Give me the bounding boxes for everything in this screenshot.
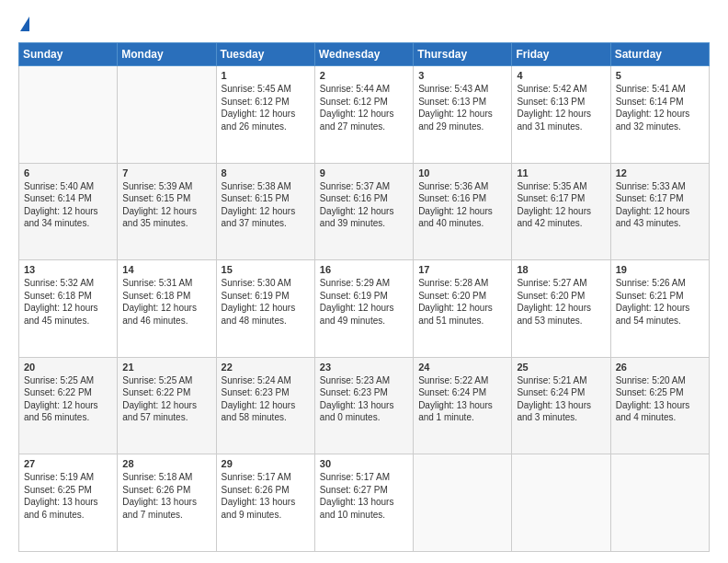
- calendar-cell: 9Sunrise: 5:37 AM Sunset: 6:16 PM Daylig…: [314, 163, 413, 260]
- cell-content: Sunrise: 5:35 AM Sunset: 6:17 PM Dayligh…: [517, 180, 605, 230]
- cell-content: Sunrise: 5:27 AM Sunset: 6:20 PM Dayligh…: [517, 277, 605, 327]
- day-number: 26: [616, 362, 704, 373]
- logo-text: [18, 17, 29, 33]
- calendar-week-1: 1Sunrise: 5:45 AM Sunset: 6:12 PM Daylig…: [19, 66, 710, 164]
- page: SundayMondayTuesdayWednesdayThursdayFrid…: [0, 0, 728, 563]
- calendar-cell: 2Sunrise: 5:44 AM Sunset: 6:12 PM Daylig…: [314, 66, 413, 164]
- cell-content: Sunrise: 5:33 AM Sunset: 6:17 PM Dayligh…: [616, 180, 704, 230]
- cell-content: Sunrise: 5:26 AM Sunset: 6:21 PM Dayligh…: [616, 277, 704, 327]
- header-row: SundayMondayTuesdayWednesdayThursdayFrid…: [19, 43, 710, 66]
- calendar-cell: 5Sunrise: 5:41 AM Sunset: 6:14 PM Daylig…: [610, 66, 709, 164]
- calendar-cell: 8Sunrise: 5:38 AM Sunset: 6:15 PM Daylig…: [216, 163, 314, 260]
- day-number: 4: [517, 70, 605, 81]
- cell-content: Sunrise: 5:28 AM Sunset: 6:20 PM Dayligh…: [418, 277, 506, 327]
- header-cell-tuesday: Tuesday: [216, 43, 314, 66]
- calendar-cell: 14Sunrise: 5:31 AM Sunset: 6:18 PM Dayli…: [118, 260, 216, 358]
- cell-content: Sunrise: 5:37 AM Sunset: 6:16 PM Dayligh…: [320, 180, 408, 230]
- cell-content: Sunrise: 5:17 AM Sunset: 6:27 PM Dayligh…: [320, 471, 408, 521]
- day-number: 7: [122, 167, 210, 178]
- day-number: 18: [517, 264, 605, 275]
- calendar-cell: 16Sunrise: 5:29 AM Sunset: 6:19 PM Dayli…: [314, 260, 413, 358]
- calendar-cell: [414, 454, 512, 552]
- calendar-header: SundayMondayTuesdayWednesdayThursdayFrid…: [19, 43, 710, 66]
- cell-content: Sunrise: 5:19 AM Sunset: 6:25 PM Dayligh…: [24, 471, 112, 521]
- day-number: 25: [517, 362, 605, 373]
- calendar-cell: [512, 454, 610, 552]
- day-number: 10: [418, 167, 506, 178]
- day-number: 5: [616, 70, 704, 81]
- cell-content: Sunrise: 5:38 AM Sunset: 6:15 PM Dayligh…: [222, 180, 310, 230]
- cell-content: Sunrise: 5:32 AM Sunset: 6:18 PM Dayligh…: [24, 277, 112, 327]
- calendar-cell: 7Sunrise: 5:39 AM Sunset: 6:15 PM Daylig…: [118, 163, 216, 260]
- day-number: 22: [222, 362, 310, 373]
- calendar-cell: 3Sunrise: 5:43 AM Sunset: 6:13 PM Daylig…: [414, 66, 512, 164]
- calendar-cell: 13Sunrise: 5:32 AM Sunset: 6:18 PM Dayli…: [19, 260, 118, 358]
- cell-content: Sunrise: 5:39 AM Sunset: 6:15 PM Dayligh…: [122, 180, 210, 230]
- calendar-cell: 24Sunrise: 5:22 AM Sunset: 6:24 PM Dayli…: [414, 357, 512, 454]
- calendar-cell: 23Sunrise: 5:23 AM Sunset: 6:23 PM Dayli…: [314, 357, 413, 454]
- calendar-body: 1Sunrise: 5:45 AM Sunset: 6:12 PM Daylig…: [19, 66, 710, 552]
- day-number: 11: [517, 167, 605, 178]
- calendar-cell: 22Sunrise: 5:24 AM Sunset: 6:23 PM Dayli…: [216, 357, 314, 454]
- day-number: 8: [222, 167, 310, 178]
- calendar-cell: 10Sunrise: 5:36 AM Sunset: 6:16 PM Dayli…: [414, 163, 512, 260]
- cell-content: Sunrise: 5:17 AM Sunset: 6:26 PM Dayligh…: [222, 471, 310, 521]
- cell-content: Sunrise: 5:42 AM Sunset: 6:13 PM Dayligh…: [517, 83, 605, 132]
- day-number: 13: [24, 264, 112, 275]
- day-number: 17: [418, 264, 506, 275]
- header-cell-wednesday: Wednesday: [314, 43, 413, 66]
- calendar-week-4: 20Sunrise: 5:25 AM Sunset: 6:22 PM Dayli…: [19, 357, 710, 454]
- calendar-cell: 25Sunrise: 5:21 AM Sunset: 6:24 PM Dayli…: [512, 357, 610, 454]
- cell-content: Sunrise: 5:43 AM Sunset: 6:13 PM Dayligh…: [418, 83, 506, 132]
- calendar-cell: 15Sunrise: 5:30 AM Sunset: 6:19 PM Dayli…: [216, 260, 314, 358]
- calendar-cell: 26Sunrise: 5:20 AM Sunset: 6:25 PM Dayli…: [610, 357, 709, 454]
- calendar-cell: 11Sunrise: 5:35 AM Sunset: 6:17 PM Dayli…: [512, 163, 610, 260]
- day-number: 3: [418, 70, 506, 81]
- cell-content: Sunrise: 5:30 AM Sunset: 6:19 PM Dayligh…: [222, 277, 310, 327]
- calendar-cell: 18Sunrise: 5:27 AM Sunset: 6:20 PM Dayli…: [512, 260, 610, 358]
- day-number: 14: [122, 264, 210, 275]
- header-cell-sunday: Sunday: [19, 43, 118, 66]
- cell-content: Sunrise: 5:24 AM Sunset: 6:23 PM Dayligh…: [222, 374, 310, 424]
- logo-triangle-icon: [20, 17, 29, 31]
- calendar-week-3: 13Sunrise: 5:32 AM Sunset: 6:18 PM Dayli…: [19, 260, 710, 358]
- cell-content: Sunrise: 5:44 AM Sunset: 6:12 PM Dayligh…: [320, 83, 408, 132]
- day-number: 30: [320, 458, 408, 469]
- calendar-cell: 28Sunrise: 5:18 AM Sunset: 6:26 PM Dayli…: [118, 454, 216, 552]
- calendar-cell: 6Sunrise: 5:40 AM Sunset: 6:14 PM Daylig…: [19, 163, 118, 260]
- cell-content: Sunrise: 5:20 AM Sunset: 6:25 PM Dayligh…: [616, 374, 704, 424]
- calendar-cell: 4Sunrise: 5:42 AM Sunset: 6:13 PM Daylig…: [512, 66, 610, 164]
- calendar-table: SundayMondayTuesdayWednesdayThursdayFrid…: [18, 42, 710, 552]
- calendar-cell: 17Sunrise: 5:28 AM Sunset: 6:20 PM Dayli…: [414, 260, 512, 358]
- day-number: 20: [24, 362, 112, 373]
- header-cell-friday: Friday: [512, 43, 610, 66]
- calendar-cell: 19Sunrise: 5:26 AM Sunset: 6:21 PM Dayli…: [610, 260, 709, 358]
- header-cell-monday: Monday: [118, 43, 216, 66]
- calendar-cell: 21Sunrise: 5:25 AM Sunset: 6:22 PM Dayli…: [118, 357, 216, 454]
- calendar-cell: 20Sunrise: 5:25 AM Sunset: 6:22 PM Dayli…: [19, 357, 118, 454]
- day-number: 27: [24, 458, 112, 469]
- calendar-week-2: 6Sunrise: 5:40 AM Sunset: 6:14 PM Daylig…: [19, 163, 710, 260]
- cell-content: Sunrise: 5:21 AM Sunset: 6:24 PM Dayligh…: [517, 374, 605, 424]
- cell-content: Sunrise: 5:25 AM Sunset: 6:22 PM Dayligh…: [122, 374, 210, 424]
- day-number: 15: [222, 264, 310, 275]
- cell-content: Sunrise: 5:22 AM Sunset: 6:24 PM Dayligh…: [418, 374, 506, 424]
- calendar-cell: 12Sunrise: 5:33 AM Sunset: 6:17 PM Dayli…: [610, 163, 709, 260]
- cell-content: Sunrise: 5:25 AM Sunset: 6:22 PM Dayligh…: [24, 374, 112, 424]
- header-cell-saturday: Saturday: [610, 43, 709, 66]
- cell-content: Sunrise: 5:40 AM Sunset: 6:14 PM Dayligh…: [24, 180, 112, 230]
- day-number: 21: [122, 362, 210, 373]
- cell-content: Sunrise: 5:45 AM Sunset: 6:12 PM Dayligh…: [222, 83, 310, 132]
- day-number: 9: [320, 167, 408, 178]
- calendar-cell: [19, 66, 118, 164]
- cell-content: Sunrise: 5:23 AM Sunset: 6:23 PM Dayligh…: [320, 374, 408, 424]
- calendar-cell: 30Sunrise: 5:17 AM Sunset: 6:27 PM Dayli…: [314, 454, 413, 552]
- day-number: 16: [320, 264, 408, 275]
- header: [18, 17, 710, 33]
- day-number: 2: [320, 70, 408, 81]
- day-number: 24: [418, 362, 506, 373]
- calendar-cell: [610, 454, 709, 552]
- day-number: 29: [222, 458, 310, 469]
- cell-content: Sunrise: 5:36 AM Sunset: 6:16 PM Dayligh…: [418, 180, 506, 230]
- day-number: 1: [222, 70, 310, 81]
